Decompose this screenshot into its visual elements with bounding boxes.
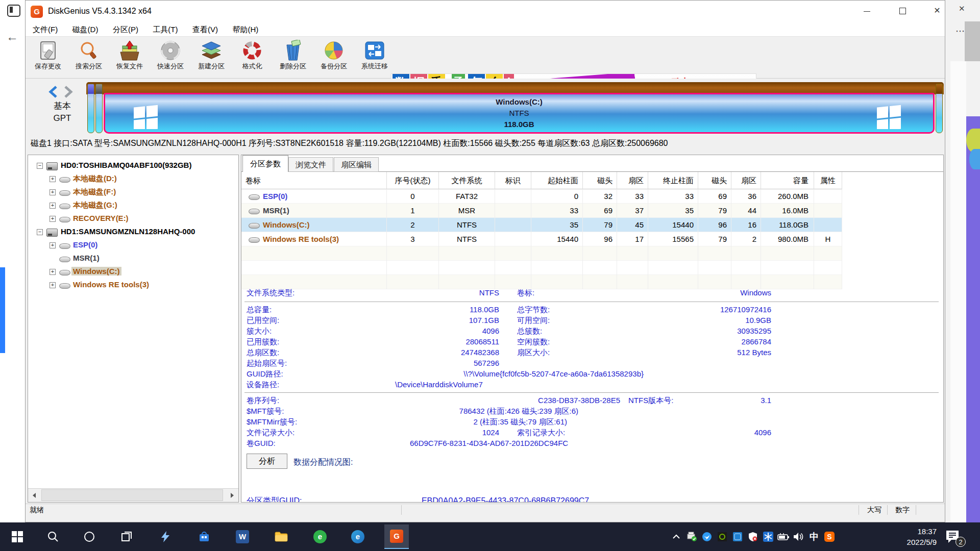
tray-dingtalk-icon[interactable]: [699, 522, 715, 551]
close-icon[interactable]: ✕: [959, 4, 965, 13]
taskbar-app-diskgenius-active[interactable]: G: [384, 524, 409, 549]
format-button[interactable]: 格式化: [232, 39, 273, 77]
tray-expand-chevron[interactable]: [669, 522, 684, 551]
scrollbar-thumb[interactable]: [41, 489, 223, 501]
expand-icon[interactable]: +: [50, 269, 56, 275]
tab-partition-params[interactable]: 分区参数: [242, 155, 288, 172]
menu-partition[interactable]: 分区(P): [107, 23, 144, 37]
table-row-msr[interactable]: MSR(1) 1 MSR 33 69 37 35 79 44 16.0MB: [241, 204, 842, 218]
menu-view[interactable]: 查看(V): [186, 23, 224, 37]
col-header[interactable]: 扇区: [617, 172, 648, 189]
col-header[interactable]: 容量: [761, 172, 814, 189]
tree-item-recovery-e[interactable]: + RECOVERY(E:): [28, 212, 238, 226]
tree-item-msr[interactable]: MSR(1): [28, 252, 238, 265]
menu-help[interactable]: 帮助(H): [226, 23, 264, 37]
tree-item-local-g[interactable]: + 本地磁盘(G:): [28, 199, 238, 212]
tree-item-hd0[interactable]: − HD0:TOSHIBAMQ04ABF100(932GB): [28, 159, 238, 172]
tray-security-shield-icon[interactable]: [745, 522, 761, 551]
recover-files-button[interactable]: 恢复文件: [109, 39, 150, 77]
scrollbar-block[interactable]: [965, 21, 980, 61]
taskbar-search-button[interactable]: [41, 524, 65, 549]
detail-row: 总扇区数: 247482368 扇区大小: 512 Bytes: [241, 348, 943, 359]
partition-block-windows-c[interactable]: Windows(C:) NTFS 118.0GB: [104, 93, 935, 134]
back-arrow-icon[interactable]: ←: [6, 30, 18, 44]
cortana-button[interactable]: [77, 524, 102, 549]
tray-printer-icon[interactable]: [684, 522, 699, 551]
taskbar-app-store[interactable]: [192, 524, 216, 549]
more-options-icon[interactable]: ⋯: [955, 26, 965, 37]
collapse-icon[interactable]: −: [37, 229, 43, 235]
backup-partition-button[interactable]: 备份分区: [313, 39, 354, 77]
tree-item-windows-c[interactable]: + Windows(C:): [28, 265, 238, 279]
taskbar-file-explorer[interactable]: [269, 524, 293, 549]
tray-ime-indicator[interactable]: 中: [806, 522, 822, 551]
partition-strip-msr[interactable]: [95, 84, 103, 133]
expand-icon[interactable]: +: [50, 189, 56, 195]
maximize-button[interactable]: [888, 1, 917, 21]
col-header[interactable]: 磁头: [698, 172, 731, 189]
partition-detail-panel: 分区参数 浏览文件 扇区编辑 卷标 序号(状态) 文件系统 标识 起始柱面 磁头…: [241, 155, 944, 503]
partition-strip-re-tools[interactable]: [936, 84, 943, 133]
collapse-icon[interactable]: −: [37, 163, 43, 169]
menu-tools[interactable]: 工具(T): [146, 23, 184, 37]
tray-sogou-icon[interactable]: S: [822, 522, 837, 551]
start-button[interactable]: [5, 524, 30, 549]
scroll-left-icon[interactable]: [28, 489, 41, 502]
minimize-button[interactable]: [852, 1, 881, 21]
col-header[interactable]: 卷标: [241, 172, 387, 189]
detail-row-guid-path: GUID路径: \\?\Volume{fcf0fc5b-5207-47ce-a6…: [241, 369, 943, 380]
taskbar-app-edge[interactable]: e: [346, 524, 370, 549]
tree-item-local-d[interactable]: + 本地磁盘(D:): [28, 172, 238, 186]
disk-nav-arrows[interactable]: [48, 86, 77, 98]
tray-nvidia-icon[interactable]: [715, 522, 730, 551]
tray-volume-icon[interactable]: [791, 522, 806, 551]
taskbar-app-lightning[interactable]: [153, 524, 178, 549]
taskbar-app-green-browser[interactable]: e: [308, 524, 332, 549]
tray-battery-icon[interactable]: [776, 522, 791, 551]
delete-partition-button[interactable]: 删除分区: [273, 39, 313, 77]
expand-icon[interactable]: +: [50, 282, 56, 288]
taskbar-clock[interactable]: 18:37 2022/5/9: [886, 526, 937, 547]
col-header[interactable]: 起始柱面: [531, 172, 583, 189]
partition-strip-esp[interactable]: [87, 84, 94, 133]
tray-intel-graphics-icon[interactable]: [730, 522, 745, 551]
tree-item-local-f[interactable]: + 本地磁盘(F:): [28, 186, 238, 199]
search-partition-button[interactable]: 搜索分区: [68, 39, 109, 77]
task-view-icon: [120, 531, 133, 543]
scroll-right-icon[interactable]: [225, 489, 238, 502]
close-button[interactable]: ✕: [923, 1, 951, 21]
expand-icon[interactable]: +: [50, 242, 56, 248]
tab-browse-files[interactable]: 浏览文件: [288, 157, 333, 172]
col-header[interactable]: 属性: [814, 172, 842, 189]
taskbar-app-word[interactable]: W: [230, 524, 255, 549]
toolbar-label: 格式化: [232, 62, 273, 71]
horizontal-scrollbar[interactable]: [28, 488, 238, 502]
table-row-esp[interactable]: ESP(0) 0 FAT32 0 32 33 33 69 36 260.0MB: [241, 189, 842, 204]
tray-snowflake-icon[interactable]: [761, 522, 776, 551]
col-header[interactable]: 序号(状态): [387, 172, 439, 189]
tree-item-esp[interactable]: + ESP(0): [28, 239, 238, 252]
col-header[interactable]: 文件系统: [439, 172, 495, 189]
new-partition-button[interactable]: 新建分区: [191, 39, 232, 77]
col-header[interactable]: 磁头: [583, 172, 617, 189]
tab-sector-edit[interactable]: 扇区编辑: [334, 157, 379, 172]
expand-icon[interactable]: +: [50, 203, 56, 209]
tree-item-hd1[interactable]: − HD1:SAMSUNGMZNLN128HAHQ-000: [28, 226, 238, 239]
store-icon: [198, 531, 210, 543]
table-row-windows-re[interactable]: Windows RE tools(3) 3 NTFS 15440 96 17 1…: [241, 232, 842, 246]
quick-partition-button[interactable]: 快速分区: [150, 39, 191, 77]
col-header[interactable]: 标识: [495, 172, 531, 189]
expand-icon[interactable]: +: [50, 176, 56, 182]
task-view-button[interactable]: [114, 524, 139, 549]
system-migration-button[interactable]: 系统迁移: [354, 39, 395, 77]
analyze-button[interactable]: 分析: [247, 454, 287, 469]
menu-disk[interactable]: 磁盘(D): [66, 23, 105, 37]
col-header[interactable]: 终止柱面: [648, 172, 698, 189]
expand-icon[interactable]: +: [50, 216, 56, 222]
save-changes-button[interactable]: 保存更改: [28, 39, 68, 77]
menu-file[interactable]: 文件(F): [27, 23, 64, 37]
col-header[interactable]: 扇区: [731, 172, 761, 189]
detail-value: 118.0GB: [247, 305, 499, 314]
tree-item-windows-re[interactable]: + Windows RE tools(3): [28, 279, 238, 292]
table-row-windows-c-selected[interactable]: Windows(C:) 2 NTFS 35 79 45 15440 96 16 …: [241, 218, 842, 232]
